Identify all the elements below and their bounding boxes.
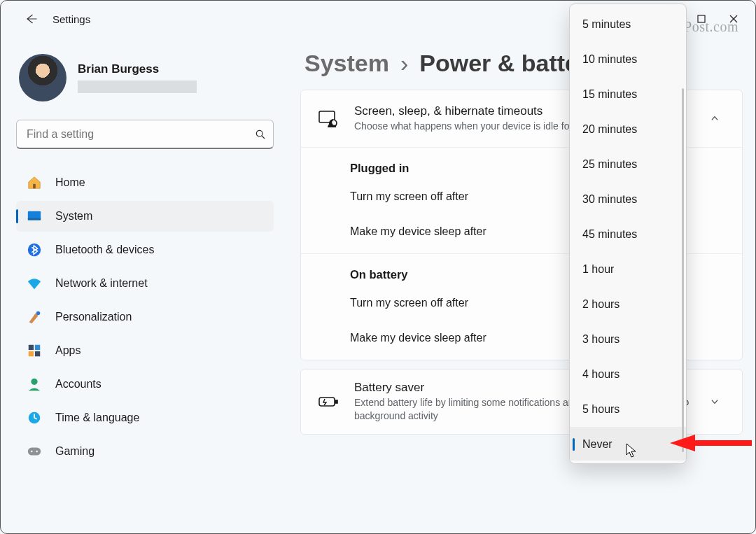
- search-box[interactable]: [16, 120, 274, 149]
- chevron-up-icon[interactable]: [704, 113, 725, 123]
- sidebar-item-accounts[interactable]: Accounts: [16, 369, 274, 400]
- svg-point-10: [36, 311, 41, 316]
- sidebar-item-bluetooth[interactable]: Bluetooth & devices: [16, 234, 274, 265]
- card-title: Battery saver: [354, 381, 596, 395]
- gaming-icon: [26, 443, 43, 460]
- profile-block[interactable]: Brian Burgess: [16, 50, 274, 115]
- svg-point-18: [31, 451, 32, 452]
- dropdown-option[interactable]: 15 minutes: [570, 77, 686, 112]
- cursor-icon: [626, 443, 638, 460]
- svg-point-15: [31, 379, 37, 385]
- sidebar-item-label: Time & language: [55, 412, 139, 424]
- dropdown-option[interactable]: 1 hour: [570, 252, 686, 287]
- chevron-down-icon[interactable]: [704, 397, 725, 407]
- sidebar-item-network[interactable]: Network & internet: [16, 268, 274, 299]
- breadcrumb-parent[interactable]: System: [304, 50, 389, 77]
- dropdown-option[interactable]: 2 hours: [570, 287, 686, 322]
- apps-icon: [26, 342, 43, 359]
- bluetooth-icon: [26, 241, 43, 258]
- svg-rect-11: [29, 345, 34, 350]
- sidebar-item-label: Accounts: [55, 378, 102, 391]
- wifi-icon: [26, 275, 43, 292]
- svg-rect-13: [29, 351, 34, 356]
- annotation-arrow-icon: [664, 433, 755, 454]
- dropdown-option[interactable]: 30 minutes: [570, 182, 686, 217]
- sidebar-item-label: Network & internet: [55, 277, 148, 290]
- dropdown-option[interactable]: 45 minutes: [570, 217, 686, 252]
- svg-line-5: [262, 136, 265, 139]
- sidebar-item-label: Gaming: [55, 445, 94, 458]
- sidebar-item-label: Personalization: [55, 311, 132, 323]
- sidebar-item-home[interactable]: Home: [16, 167, 274, 198]
- back-button[interactable]: [18, 5, 46, 33]
- accounts-icon: [26, 376, 43, 393]
- app-title: Settings: [52, 13, 90, 25]
- sidebar-item-label: System: [55, 210, 92, 223]
- svg-rect-23: [335, 400, 337, 403]
- battery-saver-icon: [318, 393, 339, 410]
- nav-list: Home System Bluetooth & devices Network …: [16, 167, 274, 467]
- sidebar-item-system[interactable]: System: [16, 201, 274, 232]
- screen-sleep-icon: [318, 108, 339, 129]
- svg-point-4: [256, 130, 262, 136]
- card-subtitle: Extend battery life by limiting some not…: [354, 396, 596, 423]
- dropdown-option[interactable]: 5 hours: [570, 392, 686, 427]
- dropdown-option[interactable]: 3 hours: [570, 322, 686, 357]
- dropdown-option[interactable]: 25 minutes: [570, 147, 686, 182]
- brush-icon: [26, 309, 43, 325]
- svg-rect-17: [28, 448, 41, 456]
- sidebar-item-apps[interactable]: Apps: [16, 335, 274, 366]
- time-icon: [26, 409, 43, 426]
- dropdown-option[interactable]: 10 minutes: [570, 42, 686, 77]
- profile-name: Brian Burgess: [78, 62, 197, 76]
- search-icon: [255, 129, 266, 140]
- svg-rect-14: [35, 351, 40, 356]
- home-icon: [26, 174, 43, 191]
- sidebar-item-time[interactable]: Time & language: [16, 402, 274, 433]
- sidebar-item-personalization[interactable]: Personalization: [16, 302, 274, 332]
- sidebar-item-label: Bluetooth & devices: [55, 244, 154, 256]
- svg-rect-8: [28, 218, 41, 220]
- dropdown-option[interactable]: 20 minutes: [570, 112, 686, 147]
- scrollbar[interactable]: [682, 88, 684, 452]
- sidebar: Brian Burgess Home: [1, 37, 288, 533]
- svg-rect-22: [319, 398, 335, 406]
- dropdown-option[interactable]: 5 minutes: [570, 7, 686, 42]
- svg-rect-12: [35, 345, 40, 350]
- sidebar-item-gaming[interactable]: Gaming: [16, 436, 274, 467]
- svg-rect-6: [33, 184, 36, 188]
- sidebar-item-label: Home: [55, 176, 85, 189]
- svg-point-19: [36, 451, 37, 452]
- system-icon: [26, 208, 43, 225]
- avatar: [19, 54, 66, 101]
- svg-marker-25: [670, 435, 695, 451]
- profile-email-redacted: [78, 80, 197, 93]
- chevron-right-icon: ›: [400, 50, 408, 77]
- search-input[interactable]: [27, 128, 255, 141]
- sidebar-item-label: Apps: [55, 344, 80, 357]
- dropdown-option[interactable]: 4 hours: [570, 357, 686, 392]
- timeout-dropdown[interactable]: 5 minutes10 minutes15 minutes20 minutes2…: [569, 3, 687, 464]
